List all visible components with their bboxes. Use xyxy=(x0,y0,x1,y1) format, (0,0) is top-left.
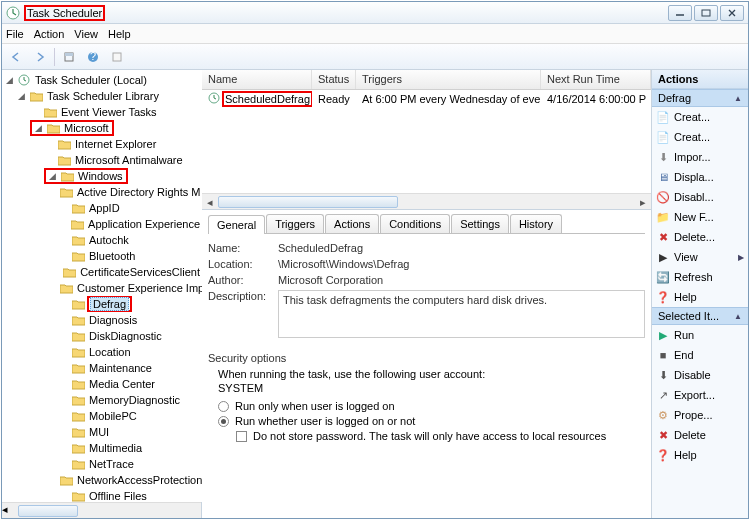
list-hscrollbar[interactable]: ◂ ▸ xyxy=(202,193,651,209)
description-label: Description: xyxy=(208,290,278,338)
scroll-right-icon[interactable]: ▸ xyxy=(635,194,651,210)
expander-icon[interactable]: ◢ xyxy=(33,123,44,133)
tree-item-networkaccessprotection[interactable]: NetworkAccessProtection xyxy=(2,472,202,488)
folder-icon xyxy=(60,170,74,182)
scroll-left-icon[interactable]: ◂ xyxy=(202,194,218,210)
action-icon: ▶ xyxy=(656,250,670,264)
tree-item-defrag[interactable]: Defrag xyxy=(2,296,202,312)
col-next[interactable]: Next Run Time xyxy=(541,70,651,89)
expander-icon[interactable]: ◢ xyxy=(47,171,58,181)
tree-root[interactable]: ◢ Task Scheduler (Local) xyxy=(2,72,202,88)
folder-icon xyxy=(71,346,85,358)
tree-item-active-directory-rights-m[interactable]: Active Directory Rights M xyxy=(2,184,202,200)
tree-item-label: Application Experience xyxy=(86,218,202,230)
close-button[interactable] xyxy=(720,5,744,21)
tab-history[interactable]: History xyxy=(510,214,562,233)
action-label: Help xyxy=(674,449,697,461)
menu-view[interactable]: View xyxy=(74,28,98,40)
tree-item-offline-files[interactable]: Offline Files xyxy=(2,488,202,502)
tree-hscrollbar[interactable]: ◂ ▸ xyxy=(2,502,201,518)
radio-logged-on[interactable]: Run only when user is logged on xyxy=(218,400,645,412)
tab-settings[interactable]: Settings xyxy=(451,214,509,233)
back-button[interactable] xyxy=(6,47,26,67)
expander-icon[interactable]: ◢ xyxy=(4,75,15,85)
menu-file[interactable]: File xyxy=(6,28,24,40)
menubar: File Action View Help xyxy=(2,24,748,44)
action-export[interactable]: ↗Export... xyxy=(652,385,748,405)
toolbar-help-icon[interactable]: ? xyxy=(83,47,103,67)
expander-icon[interactable]: ◢ xyxy=(16,91,27,101)
tree-microsoft[interactable]: ◢ Microsoft xyxy=(2,120,202,136)
tree-windows[interactable]: ◢ Windows xyxy=(2,168,202,184)
actions-header: Actions xyxy=(652,70,748,89)
tab-conditions[interactable]: Conditions xyxy=(380,214,450,233)
col-status[interactable]: Status xyxy=(312,70,356,89)
action-end[interactable]: ■End xyxy=(652,345,748,365)
tree-item-application-experience[interactable]: Application Experience xyxy=(2,216,202,232)
action-creat[interactable]: 📄Creat... xyxy=(652,127,748,147)
tree-item-bluetooth[interactable]: Bluetooth xyxy=(2,248,202,264)
tree-item-diskdiagnostic[interactable]: DiskDiagnostic xyxy=(2,328,202,344)
tree-item-customer-experience-imp[interactable]: Customer Experience Imp xyxy=(2,280,202,296)
action-help[interactable]: ❓Help xyxy=(652,445,748,465)
tab-triggers[interactable]: Triggers xyxy=(266,214,324,233)
tree-library[interactable]: ◢ Task Scheduler Library xyxy=(2,88,202,104)
tree-item-nettrace[interactable]: NetTrace xyxy=(2,456,202,472)
caret-up-icon: ▲ xyxy=(734,312,742,321)
action-new-f[interactable]: 📁New F... xyxy=(652,207,748,227)
tree-item-location[interactable]: Location xyxy=(2,344,202,360)
action-help[interactable]: ❓Help xyxy=(652,287,748,307)
action-delete[interactable]: ✖Delete xyxy=(652,425,748,445)
scroll-thumb[interactable] xyxy=(218,196,398,208)
folder-icon xyxy=(71,218,85,230)
col-name[interactable]: Name xyxy=(202,70,312,89)
tree-ie[interactable]: Internet Explorer xyxy=(2,136,202,152)
action-displa[interactable]: 🖥Displa... xyxy=(652,167,748,187)
action-disable[interactable]: ⬇Disable xyxy=(652,365,748,385)
tree-event-viewer[interactable]: Event Viewer Tasks xyxy=(2,104,202,120)
list-body[interactable]: ScheduledDefrag Ready At 6:00 PM every W… xyxy=(202,90,651,193)
action-prope[interactable]: ⚙Prope... xyxy=(652,405,748,425)
tree-item-media-center[interactable]: Media Center xyxy=(2,376,202,392)
tree-item-appid[interactable]: AppID xyxy=(2,200,202,216)
toolbar-refresh-icon[interactable] xyxy=(59,47,79,67)
minimize-button[interactable] xyxy=(668,5,692,21)
tree-item-diagnosis[interactable]: Diagnosis xyxy=(2,312,202,328)
actions-group-defrag[interactable]: Defrag▲ xyxy=(652,89,748,107)
tree-item-certificateservicesclient[interactable]: CertificateServicesClient xyxy=(2,264,202,280)
forward-button[interactable] xyxy=(30,47,50,67)
action-label: New F... xyxy=(674,211,714,223)
tree-item-memorydiagnostic[interactable]: MemoryDiagnostic xyxy=(2,392,202,408)
tab-general[interactable]: General xyxy=(208,215,265,234)
action-creat[interactable]: 📄Creat... xyxy=(652,107,748,127)
titlebar[interactable]: Task Scheduler xyxy=(2,2,748,24)
task-row[interactable]: ScheduledDefrag Ready At 6:00 PM every W… xyxy=(202,90,651,108)
body: ◢ Task Scheduler (Local) ◢ Task Schedule… xyxy=(2,70,748,518)
action-icon: ❓ xyxy=(656,448,670,462)
tree-item-label: Active Directory Rights M xyxy=(75,186,202,198)
menu-action[interactable]: Action xyxy=(34,28,65,40)
menu-help[interactable]: Help xyxy=(108,28,131,40)
radio-logged-off[interactable]: Run whether user is logged on or not xyxy=(218,415,645,427)
action-impor[interactable]: ⬇Impor... xyxy=(652,147,748,167)
navigation-tree[interactable]: ◢ Task Scheduler (Local) ◢ Task Schedule… xyxy=(2,70,202,502)
tree-antimalware[interactable]: Microsoft Antimalware xyxy=(2,152,202,168)
action-disabl[interactable]: 🚫Disabl... xyxy=(652,187,748,207)
action-delete[interactable]: ✖Delete... xyxy=(652,227,748,247)
tab-actions[interactable]: Actions xyxy=(325,214,379,233)
tree-item-mui[interactable]: MUI xyxy=(2,424,202,440)
tree-item-maintenance[interactable]: Maintenance xyxy=(2,360,202,376)
tree-item-autochk[interactable]: Autochk xyxy=(2,232,202,248)
tree-item-mobilepc[interactable]: MobilePC xyxy=(2,408,202,424)
action-run[interactable]: ▶Run xyxy=(652,325,748,345)
action-refresh[interactable]: 🔄Refresh xyxy=(652,267,748,287)
toolbar-action-icon[interactable] xyxy=(107,47,127,67)
actions-group-selected[interactable]: Selected It...▲ xyxy=(652,307,748,325)
maximize-button[interactable] xyxy=(694,5,718,21)
checkbox-password[interactable]: Do not store password. The task will onl… xyxy=(236,430,645,442)
col-triggers[interactable]: Triggers xyxy=(356,70,541,89)
action-view[interactable]: ▶View▶ xyxy=(652,247,748,267)
list-header: Name Status Triggers Next Run Time xyxy=(202,70,651,90)
tree-item-multimedia[interactable]: Multimedia xyxy=(2,440,202,456)
scroll-thumb[interactable] xyxy=(18,505,78,517)
